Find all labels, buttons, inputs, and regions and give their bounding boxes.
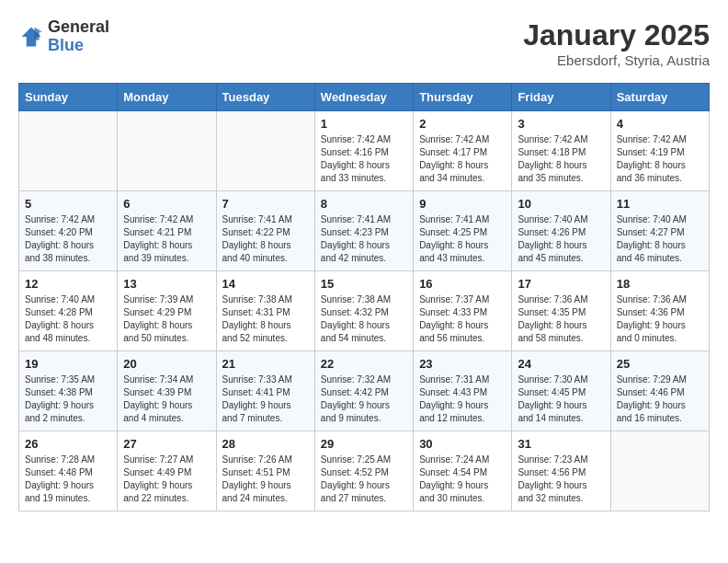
day-number: 6 (123, 197, 210, 211)
day-number: 15 (321, 277, 407, 291)
day-info: Sunrise: 7:42 AM Sunset: 4:21 PM Dayligh… (123, 213, 210, 265)
calendar-cell: 23Sunrise: 7:31 AM Sunset: 4:43 PM Dayli… (414, 351, 512, 431)
logo-blue: Blue (48, 36, 84, 54)
day-info: Sunrise: 7:30 AM Sunset: 4:45 PM Dayligh… (518, 373, 604, 425)
day-number: 20 (123, 357, 210, 371)
col-sunday: Sunday (19, 84, 118, 111)
calendar-cell: 15Sunrise: 7:38 AM Sunset: 4:32 PM Dayli… (314, 271, 413, 351)
calendar-body: 1Sunrise: 7:42 AM Sunset: 4:16 PM Daylig… (19, 111, 710, 511)
day-info: Sunrise: 7:28 AM Sunset: 4:48 PM Dayligh… (25, 454, 111, 505)
day-number: 25 (617, 357, 703, 371)
calendar-cell: 1Sunrise: 7:42 AM Sunset: 4:16 PM Daylig… (314, 111, 413, 191)
day-info: Sunrise: 7:38 AM Sunset: 4:31 PM Dayligh… (222, 293, 309, 345)
col-tuesday: Tuesday (216, 84, 314, 111)
day-number: 18 (617, 277, 703, 291)
calendar-cell: 7Sunrise: 7:41 AM Sunset: 4:22 PM Daylig… (216, 191, 314, 271)
day-number: 5 (25, 197, 111, 211)
day-number: 23 (419, 357, 506, 371)
day-number: 10 (518, 197, 604, 211)
calendar-week-3: 12Sunrise: 7:40 AM Sunset: 4:28 PM Dayli… (19, 271, 710, 351)
calendar-cell: 31Sunrise: 7:23 AM Sunset: 4:56 PM Dayli… (512, 431, 610, 511)
day-number: 13 (123, 277, 210, 291)
location-subtitle: Ebersdorf, Styria, Austria (523, 52, 710, 68)
day-number: 2 (419, 117, 506, 131)
day-info: Sunrise: 7:38 AM Sunset: 4:32 PM Dayligh… (321, 293, 407, 345)
day-info: Sunrise: 7:41 AM Sunset: 4:23 PM Dayligh… (321, 213, 407, 265)
day-number: 4 (617, 117, 703, 131)
calendar-cell: 27Sunrise: 7:27 AM Sunset: 4:49 PM Dayli… (118, 431, 216, 511)
day-info: Sunrise: 7:31 AM Sunset: 4:43 PM Dayligh… (419, 373, 506, 425)
calendar-cell (118, 111, 216, 191)
calendar-week-1: 1Sunrise: 7:42 AM Sunset: 4:16 PM Daylig… (19, 111, 710, 191)
day-number: 3 (518, 117, 604, 131)
col-friday: Friday (512, 84, 610, 111)
day-number: 21 (222, 357, 309, 371)
day-info: Sunrise: 7:42 AM Sunset: 4:18 PM Dayligh… (518, 133, 604, 185)
day-number: 28 (222, 437, 309, 451)
calendar-cell (19, 111, 118, 191)
col-wednesday: Wednesday (314, 84, 413, 111)
day-number: 29 (321, 437, 407, 451)
calendar-cell: 8Sunrise: 7:41 AM Sunset: 4:23 PM Daylig… (314, 191, 413, 271)
calendar-week-4: 19Sunrise: 7:35 AM Sunset: 4:38 PM Dayli… (19, 351, 710, 431)
calendar-cell: 20Sunrise: 7:34 AM Sunset: 4:39 PM Dayli… (118, 351, 216, 431)
day-info: Sunrise: 7:34 AM Sunset: 4:39 PM Dayligh… (123, 373, 210, 425)
calendar-cell: 3Sunrise: 7:42 AM Sunset: 4:18 PM Daylig… (512, 111, 610, 191)
day-info: Sunrise: 7:39 AM Sunset: 4:29 PM Dayligh… (123, 293, 210, 345)
calendar-cell: 6Sunrise: 7:42 AM Sunset: 4:21 PM Daylig… (118, 191, 216, 271)
day-info: Sunrise: 7:42 AM Sunset: 4:17 PM Dayligh… (419, 133, 506, 185)
page-header: General Blue January 2025 Ebersdorf, Sty… (18, 18, 710, 68)
day-number: 26 (25, 437, 111, 451)
calendar-header: Sunday Monday Tuesday Wednesday Thursday… (19, 84, 710, 111)
calendar-cell: 29Sunrise: 7:25 AM Sunset: 4:52 PM Dayli… (314, 431, 413, 511)
col-thursday: Thursday (414, 84, 512, 111)
day-info: Sunrise: 7:36 AM Sunset: 4:36 PM Dayligh… (617, 293, 703, 345)
calendar-cell: 22Sunrise: 7:32 AM Sunset: 4:42 PM Dayli… (314, 351, 413, 431)
day-info: Sunrise: 7:27 AM Sunset: 4:49 PM Dayligh… (123, 454, 210, 505)
calendar-cell: 16Sunrise: 7:37 AM Sunset: 4:33 PM Dayli… (414, 271, 512, 351)
calendar-cell: 12Sunrise: 7:40 AM Sunset: 4:28 PM Dayli… (19, 271, 118, 351)
day-info: Sunrise: 7:24 AM Sunset: 4:54 PM Dayligh… (419, 454, 506, 505)
day-info: Sunrise: 7:41 AM Sunset: 4:22 PM Dayligh… (222, 213, 309, 265)
day-info: Sunrise: 7:37 AM Sunset: 4:33 PM Dayligh… (419, 293, 506, 345)
day-info: Sunrise: 7:25 AM Sunset: 4:52 PM Dayligh… (321, 454, 407, 505)
day-info: Sunrise: 7:42 AM Sunset: 4:16 PM Dayligh… (321, 133, 407, 185)
day-number: 11 (617, 197, 703, 211)
day-number: 12 (25, 277, 111, 291)
day-number: 1 (321, 117, 407, 131)
calendar-week-2: 5Sunrise: 7:42 AM Sunset: 4:20 PM Daylig… (19, 191, 710, 271)
calendar-cell: 2Sunrise: 7:42 AM Sunset: 4:17 PM Daylig… (414, 111, 512, 191)
day-info: Sunrise: 7:35 AM Sunset: 4:38 PM Dayligh… (25, 373, 111, 425)
day-info: Sunrise: 7:29 AM Sunset: 4:46 PM Dayligh… (617, 373, 703, 425)
day-number: 31 (518, 437, 604, 451)
day-info: Sunrise: 7:42 AM Sunset: 4:20 PM Dayligh… (25, 213, 111, 265)
calendar-cell: 30Sunrise: 7:24 AM Sunset: 4:54 PM Dayli… (414, 431, 512, 511)
logo: General Blue (18, 18, 109, 55)
calendar-cell: 18Sunrise: 7:36 AM Sunset: 4:36 PM Dayli… (610, 271, 709, 351)
month-title: January 2025 (523, 18, 710, 52)
calendar-table: Sunday Monday Tuesday Wednesday Thursday… (18, 83, 710, 511)
day-info: Sunrise: 7:42 AM Sunset: 4:19 PM Dayligh… (617, 133, 703, 185)
day-number: 30 (419, 437, 506, 451)
day-info: Sunrise: 7:40 AM Sunset: 4:27 PM Dayligh… (617, 213, 703, 265)
day-info: Sunrise: 7:41 AM Sunset: 4:25 PM Dayligh… (419, 213, 506, 265)
logo-text: General Blue (48, 18, 109, 55)
calendar-cell: 21Sunrise: 7:33 AM Sunset: 4:41 PM Dayli… (216, 351, 314, 431)
day-number: 27 (123, 437, 210, 451)
logo-general: General (48, 17, 109, 36)
calendar-cell: 28Sunrise: 7:26 AM Sunset: 4:51 PM Dayli… (216, 431, 314, 511)
calendar-cell: 4Sunrise: 7:42 AM Sunset: 4:19 PM Daylig… (610, 111, 709, 191)
day-info: Sunrise: 7:40 AM Sunset: 4:28 PM Dayligh… (25, 293, 111, 345)
calendar-week-5: 26Sunrise: 7:28 AM Sunset: 4:48 PM Dayli… (19, 431, 710, 511)
day-info: Sunrise: 7:32 AM Sunset: 4:42 PM Dayligh… (321, 373, 407, 425)
day-info: Sunrise: 7:33 AM Sunset: 4:41 PM Dayligh… (222, 373, 309, 425)
calendar-cell: 10Sunrise: 7:40 AM Sunset: 4:26 PM Dayli… (512, 191, 610, 271)
col-saturday: Saturday (610, 84, 709, 111)
day-number: 16 (419, 277, 506, 291)
calendar-cell: 13Sunrise: 7:39 AM Sunset: 4:29 PM Dayli… (118, 271, 216, 351)
header-row: Sunday Monday Tuesday Wednesday Thursday… (19, 84, 710, 111)
day-number: 17 (518, 277, 604, 291)
calendar-cell: 25Sunrise: 7:29 AM Sunset: 4:46 PM Dayli… (610, 351, 709, 431)
day-number: 14 (222, 277, 309, 291)
calendar-cell: 24Sunrise: 7:30 AM Sunset: 4:45 PM Dayli… (512, 351, 610, 431)
